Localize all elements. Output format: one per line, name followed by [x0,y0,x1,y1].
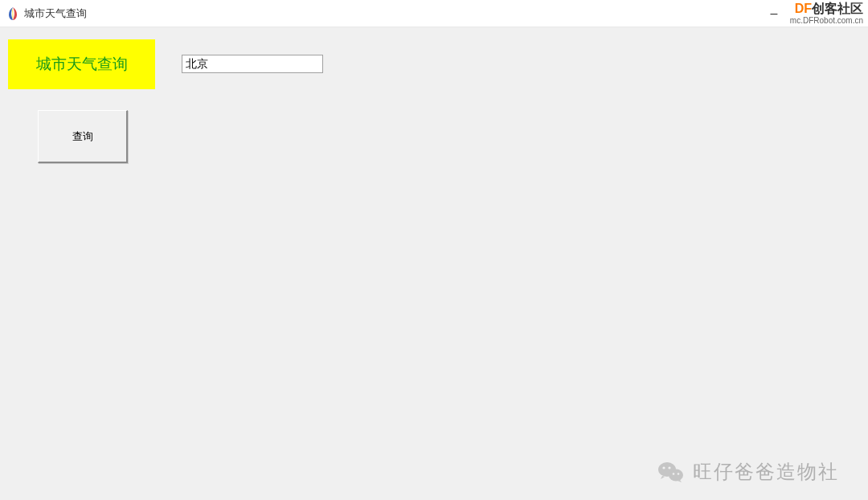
svg-point-5 [678,473,680,475]
watermark-top-line1: DF创客社区 [790,2,863,16]
city-input[interactable] [182,55,323,73]
watermark-top: DF创客社区 mc.DFRobot.com.cn [790,2,863,25]
app-icon [6,7,19,20]
wechat-icon [657,458,685,486]
watermark-bottom: 旺仔爸爸造物社 [657,458,839,486]
titlebar: 城市天气查询 – DF创客社区 mc.DFRobot.com.cn [0,0,868,27]
svg-point-4 [673,473,675,475]
client-area: 城市天气查询 查询 旺仔爸爸造物社 [0,27,868,500]
svg-point-2 [662,466,665,469]
header-label: 城市天气查询 [8,39,155,89]
watermark-rest: 创客社区 [812,2,863,15]
titlebar-right: – DF创客社区 mc.DFRobot.com.cn [766,0,863,27]
minimize-button[interactable]: – [766,6,782,21]
query-button[interactable]: 查询 [38,110,128,163]
watermark-bottom-text: 旺仔爸爸造物社 [693,459,839,485]
window-title: 城市天气查询 [24,6,87,21]
watermark-top-url: mc.DFRobot.com.cn [790,16,863,25]
watermark-df: DF [795,2,812,15]
svg-point-1 [669,469,683,482]
svg-point-3 [668,466,670,469]
